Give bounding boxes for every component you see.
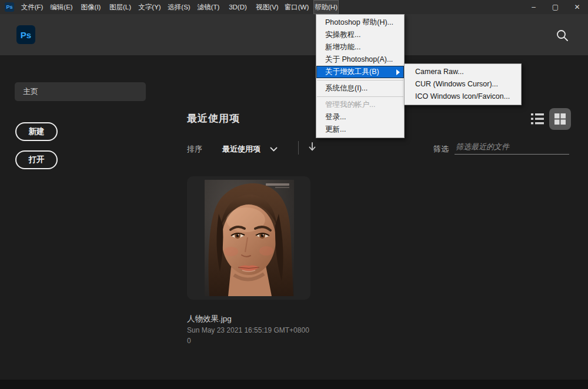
filter-input[interactable]: [455, 139, 569, 155]
menu-item-about-plugins[interactable]: 关于增效工具(B): [316, 66, 404, 78]
menu-item-manage-account: 管理我的帐户...: [316, 99, 404, 111]
new-button[interactable]: 新建: [15, 122, 58, 141]
file-date: Sun May 23 2021 16:55:19 GMT+0800: [187, 326, 309, 334]
recent-file-card[interactable]: [187, 176, 310, 300]
menu-item-system-info[interactable]: 系统信息(I)...: [316, 82, 404, 95]
file-extra: 0: [187, 337, 191, 345]
menu-item-about-plugins-label: 关于增效工具(B): [325, 68, 379, 76]
maximize-button[interactable]: ▢: [544, 0, 566, 14]
menu-item-photoshop-help[interactable]: Photoshop 帮助(H)...: [316, 16, 404, 29]
menu-edit[interactable]: 编辑(E): [49, 0, 74, 14]
sort-label: 排序: [187, 144, 202, 155]
filter-label: 筛选: [433, 144, 449, 155]
menu-separator: [317, 80, 403, 81]
menu-item-whats-new[interactable]: 新增功能...: [316, 41, 404, 53]
menu-select[interactable]: 选择(S): [166, 0, 192, 14]
close-button[interactable]: ✕: [566, 0, 588, 14]
plugins-submenu: Camera Raw... CUR (Windows Cursor)... IC…: [404, 63, 522, 105]
menu-layer[interactable]: 图层(L): [108, 0, 133, 14]
photoshop-window: Ps 文件(F) 编辑(E) 图像(I) 图层(L) 文字(Y) 选择(S) 滤…: [0, 0, 588, 389]
list-view-icon[interactable]: [530, 113, 544, 125]
sort-dropdown[interactable]: 最近使用项: [222, 144, 278, 155]
menu-view[interactable]: 视图(V): [255, 0, 280, 14]
menu-window[interactable]: 窗口(W): [284, 0, 309, 14]
menubar: 文件(F) 编辑(E) 图像(I) 图层(L) 文字(Y) 选择(S) 滤镜(T…: [19, 0, 343, 14]
submenu-item-camera-raw[interactable]: Camera Raw...: [405, 66, 521, 78]
menu-item-updates[interactable]: 更新...: [316, 123, 404, 136]
sort-direction-down-icon[interactable]: [308, 142, 316, 155]
grid-view-button-active[interactable]: [549, 108, 571, 130]
window-controls: – ▢ ✕: [523, 0, 588, 14]
sort-value: 最近使用项: [222, 144, 260, 155]
app-header: Ps: [0, 14, 588, 55]
photoshop-logo: Ps: [16, 25, 35, 44]
submenu-item-cur-windows-cursor[interactable]: CUR (Windows Cursor)...: [405, 78, 521, 90]
portrait-photo-thumbnail: [205, 180, 294, 296]
bottom-strip: [0, 380, 588, 389]
menu-separator: [317, 96, 403, 97]
submenu-arrow-icon: [396, 69, 400, 75]
help-dropdown-menu: Photoshop 帮助(H)... 实操教程... 新增功能... 关于 Ph…: [316, 14, 405, 138]
sidebar-item-home[interactable]: 主页: [15, 82, 146, 101]
menu-3d[interactable]: 3D(D): [225, 0, 250, 14]
menu-filter[interactable]: 滤镜(T): [196, 0, 221, 14]
titlebar: Ps 文件(F) 编辑(E) 图像(I) 图层(L) 文字(Y) 选择(S) 滤…: [0, 0, 588, 14]
menu-file[interactable]: 文件(F): [19, 0, 45, 14]
divider: [298, 141, 299, 155]
menu-type[interactable]: 文字(Y): [137, 0, 162, 14]
page-title: 最近使用项: [187, 112, 240, 125]
menu-image[interactable]: 图像(I): [78, 0, 103, 14]
submenu-item-ico-windows-icon[interactable]: ICO Windows Icon/Favicon...: [405, 90, 521, 103]
file-name[interactable]: 人物效果.jpg: [187, 314, 232, 324]
menu-item-about-photoshop[interactable]: 关于 Photoshop(A)...: [316, 53, 404, 66]
minimize-button[interactable]: –: [523, 0, 544, 14]
menu-help[interactable]: 帮助(H): [313, 0, 339, 14]
open-button[interactable]: 打开: [15, 150, 58, 169]
search-icon[interactable]: [555, 28, 569, 42]
ps-mini-icon: Ps: [5, 2, 14, 12]
menu-item-sign-in[interactable]: 登录...: [316, 111, 404, 123]
grid-view-icon: [554, 113, 566, 125]
menu-item-hands-on-tutorials[interactable]: 实操教程...: [316, 29, 404, 41]
chevron-down-icon: [270, 147, 278, 152]
